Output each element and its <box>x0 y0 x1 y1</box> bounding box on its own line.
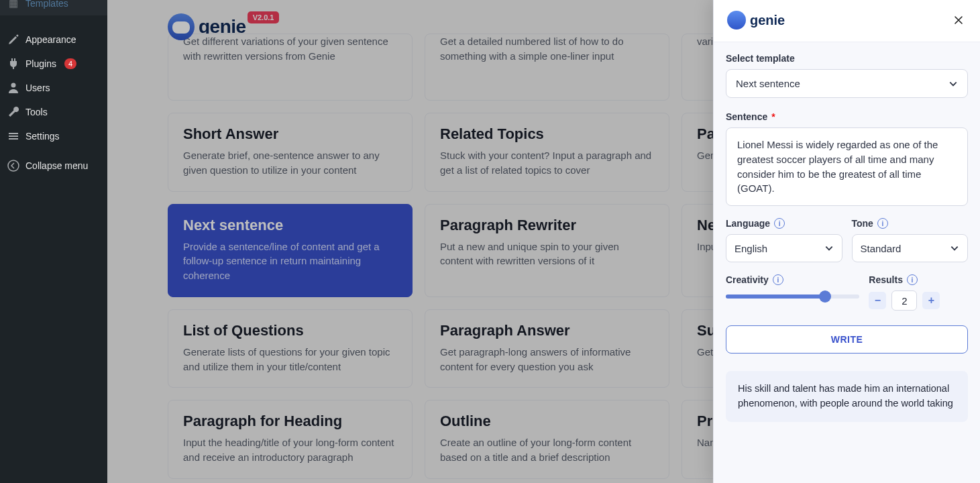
slider-fill <box>726 294 825 299</box>
sidebar-label: Tools <box>25 107 48 117</box>
wrench-icon <box>7 105 20 119</box>
sidebar-item-settings[interactable]: Settings <box>0 124 107 148</box>
sidebar-label: Plugins <box>25 58 56 69</box>
tone-select[interactable]: Standard <box>852 234 969 262</box>
language-label: Language <box>726 218 770 229</box>
svg-point-0 <box>11 83 16 88</box>
panel-app-name: genie <box>750 13 785 28</box>
panel-logo: genie <box>727 11 785 30</box>
result-card[interactable]: His skill and talent has made him an int… <box>726 371 968 422</box>
sidebar-label: Collapse menu <box>25 160 88 171</box>
select-template-label: Select template <box>726 53 968 64</box>
grid-icon: ▦ <box>7 0 20 10</box>
sidebar-item-plugins[interactable]: Plugins 4 <box>0 52 107 76</box>
close-icon <box>953 15 964 25</box>
results-stepper: − 2 + <box>869 290 968 311</box>
plug-icon <box>7 57 20 70</box>
tone-label: Tone <box>852 218 873 229</box>
template-select-value: Next sentence <box>736 78 800 89</box>
sidebar-item-appearance[interactable]: Appearance <box>0 28 107 52</box>
wp-admin-sidebar: ▦ Templates Appearance Plugins 4 Users T… <box>0 0 107 483</box>
info-icon[interactable]: i <box>774 218 785 229</box>
chevron-down-icon <box>824 244 834 253</box>
tone-value: Standard <box>861 243 902 254</box>
close-button[interactable] <box>950 12 967 28</box>
collapse-icon <box>7 159 20 172</box>
genie-side-panel: genie Select template Next sentence Sent… <box>713 0 980 483</box>
results-value[interactable]: 2 <box>891 290 917 311</box>
sidebar-item-users[interactable]: Users <box>0 76 107 100</box>
sidebar-item-collapse[interactable]: Collapse menu <box>0 154 107 178</box>
sidebar-item-templates[interactable]: ▦ Templates <box>0 0 107 15</box>
chevron-down-icon <box>950 244 959 253</box>
sentence-label: Sentence <box>726 111 767 122</box>
sidebar-label: Templates <box>25 0 68 9</box>
genie-mascot-icon <box>727 11 746 30</box>
result-text: His skill and talent has made him an int… <box>738 383 953 409</box>
language-value: English <box>734 243 767 254</box>
results-label: Results <box>869 274 903 285</box>
creativity-slider[interactable] <box>726 294 859 299</box>
info-icon[interactable]: i <box>773 274 783 285</box>
sidebar-item-tools[interactable]: Tools <box>0 100 107 124</box>
plugins-badge: 4 <box>64 58 76 69</box>
slider-thumb[interactable] <box>819 290 831 303</box>
increment-button[interactable]: + <box>922 292 940 309</box>
write-button[interactable]: WRITE <box>726 325 968 354</box>
chevron-down-icon <box>948 79 958 89</box>
template-select[interactable]: Next sentence <box>726 69 968 98</box>
decrement-button[interactable]: − <box>869 292 886 309</box>
language-select[interactable]: English <box>726 234 842 262</box>
sidebar-label: Appearance <box>25 34 76 45</box>
creativity-label: Creativity <box>726 274 769 285</box>
svg-point-1 <box>8 160 19 171</box>
info-icon[interactable]: i <box>877 218 888 229</box>
required-indicator: * <box>771 111 775 122</box>
sliders-icon <box>7 129 20 143</box>
sidebar-label: Settings <box>25 131 60 142</box>
info-icon[interactable]: i <box>907 274 918 285</box>
sidebar-label: Users <box>25 83 50 93</box>
user-icon <box>7 81 20 95</box>
brush-icon <box>7 33 20 46</box>
sentence-input[interactable]: Lionel Messi is widely regarded as one o… <box>726 127 968 206</box>
